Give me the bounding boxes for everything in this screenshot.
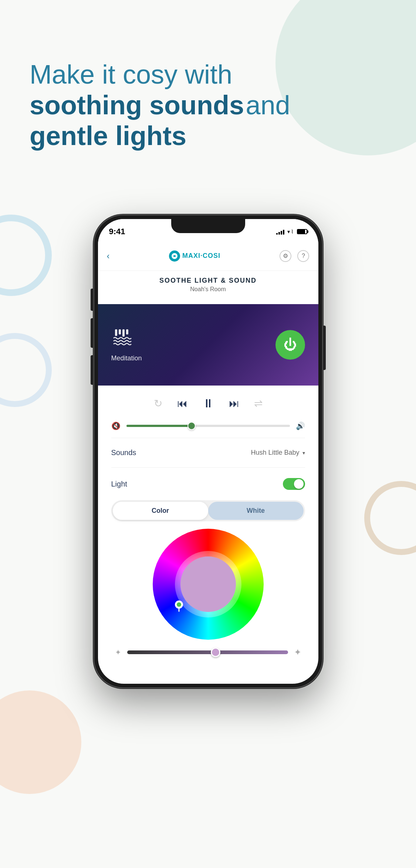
svg-point-6 [177, 602, 181, 607]
color-tab[interactable]: Color [113, 502, 208, 520]
signal-bar-2 [278, 232, 280, 235]
logo-svg [171, 253, 178, 259]
headline-line1: Make it cosy with [30, 59, 386, 90]
wifi-icon: ▾ ⌇ [287, 229, 294, 235]
phone-frame: 9:41 ▾ ⌇ ‹ [94, 215, 323, 688]
signal-bar-3 [281, 231, 282, 235]
app-title: SOOTHE LIGHT & SOUND [98, 277, 318, 285]
sound-banner: Meditation ⏻ [98, 304, 318, 386]
playback-controls: ↻ ⏮ ⏸ ⏭ ⇌ [111, 397, 305, 410]
brightness-row: ✦ ✦ [111, 647, 305, 657]
next-button[interactable]: ⏭ [229, 397, 239, 410]
svg-rect-4 [126, 329, 128, 334]
sounds-row: Sounds Hush Little Baby ▾ [111, 441, 305, 464]
brightness-slider[interactable] [127, 650, 288, 654]
white-tab[interactable]: White [208, 502, 304, 520]
svg-rect-3 [122, 329, 125, 337]
maxi-cosi-logo: MAXI·COSI [169, 250, 220, 262]
bg-decoration-teal-ring [0, 215, 52, 296]
repeat-button[interactable]: ↻ [154, 397, 162, 410]
bg-decoration-tan-ring [364, 481, 416, 555]
headline-and: and [246, 90, 290, 120]
chevron-down-icon: ▾ [302, 450, 305, 456]
volume-fill [126, 425, 192, 427]
back-button[interactable]: ‹ [107, 251, 110, 261]
light-toggle[interactable] [283, 478, 305, 490]
phone-notch [171, 219, 245, 233]
sounds-value-area[interactable]: Hush Little Baby ▾ [251, 449, 305, 457]
brightness-high-icon: ✦ [294, 647, 301, 657]
app-header: ‹ MAXI·COSI ⚙ ? [98, 241, 318, 271]
battery-fill [298, 230, 305, 233]
color-tabs: Color White [111, 500, 305, 521]
app-title-area: SOOTHE LIGHT & SOUND Noah's Room [98, 271, 318, 299]
volume-slider[interactable] [126, 425, 290, 427]
divider-2 [111, 467, 305, 468]
app-subtitle: Noah's Room [98, 286, 318, 293]
sounds-label: Sounds [111, 448, 136, 457]
divider-1 [111, 438, 305, 438]
phone-button-power [323, 326, 326, 370]
prev-button[interactable]: ⏮ [177, 397, 187, 410]
headline-area: Make it cosy with soothing sounds and ge… [30, 59, 386, 151]
logo-icon [169, 250, 180, 262]
sound-name: Meditation [111, 354, 142, 362]
signal-icon [276, 229, 284, 235]
brightness-low-icon: ✦ [115, 648, 121, 657]
color-wheel-inner [180, 556, 236, 612]
settings-icon[interactable]: ⚙ [280, 250, 291, 262]
volume-thumb [187, 422, 196, 430]
controls-area: ↻ ⏮ ⏸ ⏭ ⇌ 🔇 🔊 [98, 386, 318, 657]
mute-icon: 🔇 [111, 421, 121, 430]
status-icons: ▾ ⌇ [276, 229, 307, 235]
signal-bar-1 [276, 233, 278, 235]
power-icon: ⏻ [284, 337, 297, 353]
volume-row: 🔇 🔊 [111, 421, 305, 430]
light-row: Light [111, 471, 305, 497]
loud-icon: 🔊 [296, 421, 305, 430]
phone-mockup: 9:41 ▾ ⌇ ‹ [94, 215, 323, 688]
sound-icon-area: Meditation [111, 328, 142, 362]
color-picker-pin [173, 599, 185, 612]
phone-button-mute [91, 289, 94, 311]
pause-button[interactable]: ⏸ [202, 397, 214, 410]
signal-bar-4 [283, 230, 284, 235]
sounds-value: Hush Little Baby [251, 449, 299, 457]
phone-button-vol-up [91, 318, 94, 348]
status-time: 9:41 [109, 227, 125, 236]
bg-decoration-peach [0, 690, 81, 794]
svg-rect-1 [115, 329, 117, 336]
power-button[interactable]: ⏻ [275, 330, 305, 360]
logo-text: MAXI·COSI [182, 252, 220, 260]
color-wheel[interactable] [153, 529, 264, 640]
help-icon[interactable]: ? [297, 250, 309, 262]
headline-line2: soothing sounds and [30, 90, 386, 121]
toggle-knob [294, 479, 304, 489]
headline-bold: soothing sounds [30, 90, 244, 120]
waterfall-icon [111, 328, 133, 350]
phone-button-vol-down [91, 355, 94, 385]
shuffle-button[interactable]: ⇌ [254, 397, 263, 410]
phone-screen: 9:41 ▾ ⌇ ‹ [98, 219, 318, 684]
brightness-thumb [211, 647, 220, 657]
light-label: Light [111, 480, 127, 488]
color-wheel-container [111, 529, 305, 640]
headline-line3: gentle lights [30, 121, 386, 151]
svg-rect-2 [119, 329, 121, 334]
battery-icon [297, 229, 307, 234]
header-actions: ⚙ ? [280, 250, 309, 262]
bg-decoration-blue-ring [0, 333, 52, 407]
